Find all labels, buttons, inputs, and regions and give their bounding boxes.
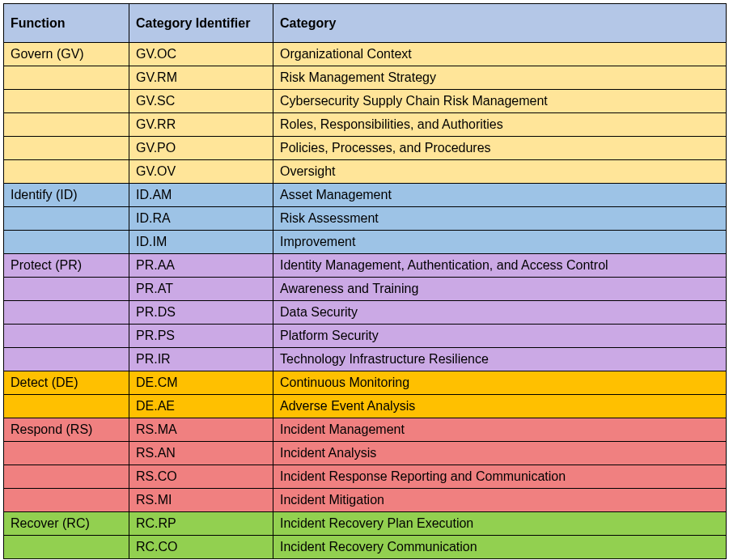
category-name-cell: Asset Management xyxy=(273,184,727,207)
category-identifier-cell: RS.AN xyxy=(129,442,273,465)
function-cell xyxy=(4,231,129,254)
table-header-row: Function Category Identifier Category xyxy=(4,4,727,43)
table-row: PR.IRTechnology Infrastructure Resilienc… xyxy=(4,348,727,371)
category-name-cell: Cybersecurity Supply Chain Risk Manageme… xyxy=(273,90,727,113)
function-cell: Detect (DE) xyxy=(4,371,129,395)
table-row: GV.POPolicies, Processes, and Procedures xyxy=(4,137,727,160)
function-cell xyxy=(4,207,129,231)
category-name-cell: Continuous Monitoring xyxy=(273,371,727,395)
function-cell xyxy=(4,278,129,301)
function-cell xyxy=(4,66,129,90)
category-identifier-cell: PR.DS xyxy=(129,301,273,325)
table-row: Detect (DE)DE.CMContinuous Monitoring xyxy=(4,371,727,395)
category-name-cell: Incident Mitigation xyxy=(273,489,727,512)
function-cell xyxy=(4,90,129,113)
category-identifier-cell: RC.CO xyxy=(129,536,273,559)
table-row: PR.DSData Security xyxy=(4,301,727,325)
function-cell: Recover (RC) xyxy=(4,512,129,536)
category-identifier-cell: DE.CM xyxy=(129,371,273,395)
category-identifier-cell: PR.AA xyxy=(129,254,273,278)
function-cell xyxy=(4,442,129,465)
table-row: ID.RARisk Assessment xyxy=(4,207,727,231)
header-function: Function xyxy=(4,4,129,43)
category-name-cell: Incident Management xyxy=(273,418,727,442)
header-identifier: Category Identifier xyxy=(129,4,273,43)
category-name-cell: Organizational Context xyxy=(273,43,727,66)
function-cell xyxy=(4,465,129,489)
function-cell xyxy=(4,536,129,559)
category-name-cell: Data Security xyxy=(273,301,727,325)
category-name-cell: Adverse Event Analysis xyxy=(273,395,727,418)
table-row: DE.AEAdverse Event Analysis xyxy=(4,395,727,418)
category-identifier-cell: PR.PS xyxy=(129,325,273,348)
function-cell xyxy=(4,489,129,512)
function-cell xyxy=(4,325,129,348)
table-row: GV.SCCybersecurity Supply Chain Risk Man… xyxy=(4,90,727,113)
category-identifier-cell: PR.AT xyxy=(129,278,273,301)
category-name-cell: Policies, Processes, and Procedures xyxy=(273,137,727,160)
category-name-cell: Platform Security xyxy=(273,325,727,348)
category-name-cell: Roles, Responsibilities, and Authorities xyxy=(273,113,727,137)
function-cell: Identify (ID) xyxy=(4,184,129,207)
table-row: GV.OVOversight xyxy=(4,160,727,184)
function-cell xyxy=(4,395,129,418)
category-identifier-cell: RS.MA xyxy=(129,418,273,442)
category-identifier-cell: GV.SC xyxy=(129,90,273,113)
category-identifier-cell: GV.OV xyxy=(129,160,273,184)
category-name-cell: Identity Management, Authentication, and… xyxy=(273,254,727,278)
category-name-cell: Oversight xyxy=(273,160,727,184)
category-identifier-cell: GV.PO xyxy=(129,137,273,160)
table-row: GV.RMRisk Management Strategy xyxy=(4,66,727,90)
header-category: Category xyxy=(273,4,727,43)
table-row: RC.COIncident Recovery Communication xyxy=(4,536,727,559)
function-cell xyxy=(4,348,129,371)
category-identifier-cell: RS.CO xyxy=(129,465,273,489)
table-row: Protect (PR)PR.AAIdentity Management, Au… xyxy=(4,254,727,278)
category-name-cell: Incident Response Reporting and Communic… xyxy=(273,465,727,489)
function-cell xyxy=(4,301,129,325)
category-identifier-cell: DE.AE xyxy=(129,395,273,418)
category-name-cell: Incident Recovery Plan Execution xyxy=(273,512,727,536)
function-cell xyxy=(4,160,129,184)
category-identifier-cell: RS.MI xyxy=(129,489,273,512)
table-row: PR.PSPlatform Security xyxy=(4,325,727,348)
category-name-cell: Risk Management Strategy xyxy=(273,66,727,90)
table-row: RS.COIncident Response Reporting and Com… xyxy=(4,465,727,489)
category-identifier-cell: ID.AM xyxy=(129,184,273,207)
table-row: RS.MIIncident Mitigation xyxy=(4,489,727,512)
function-cell: Respond (RS) xyxy=(4,418,129,442)
table-row: Respond (RS)RS.MAIncident Management xyxy=(4,418,727,442)
table-body: Govern (GV)GV.OCOrganizational ContextGV… xyxy=(4,43,727,559)
category-name-cell: Awareness and Training xyxy=(273,278,727,301)
category-name-cell: Incident Recovery Communication xyxy=(273,536,727,559)
table-row: PR.ATAwareness and Training xyxy=(4,278,727,301)
category-identifier-cell: ID.IM xyxy=(129,231,273,254)
function-cell xyxy=(4,113,129,137)
function-cell: Protect (PR) xyxy=(4,254,129,278)
table-row: GV.RRRoles, Responsibilities, and Author… xyxy=(4,113,727,137)
function-cell xyxy=(4,137,129,160)
category-identifier-cell: RC.RP xyxy=(129,512,273,536)
table-row: Govern (GV)GV.OCOrganizational Context xyxy=(4,43,727,66)
category-name-cell: Improvement xyxy=(273,231,727,254)
category-identifier-cell: ID.RA xyxy=(129,207,273,231)
table-row: Identify (ID)ID.AMAsset Management xyxy=(4,184,727,207)
csf-functions-table: Function Category Identifier Category Go… xyxy=(3,3,727,559)
category-name-cell: Incident Analysis xyxy=(273,442,727,465)
table-row: ID.IMImprovement xyxy=(4,231,727,254)
category-identifier-cell: GV.RR xyxy=(129,113,273,137)
function-cell: Govern (GV) xyxy=(4,43,129,66)
category-identifier-cell: GV.RM xyxy=(129,66,273,90)
category-identifier-cell: GV.OC xyxy=(129,43,273,66)
category-name-cell: Technology Infrastructure Resilience xyxy=(273,348,727,371)
category-identifier-cell: PR.IR xyxy=(129,348,273,371)
table-row: RS.ANIncident Analysis xyxy=(4,442,727,465)
table-row: Recover (RC)RC.RPIncident Recovery Plan … xyxy=(4,512,727,536)
category-name-cell: Risk Assessment xyxy=(273,207,727,231)
